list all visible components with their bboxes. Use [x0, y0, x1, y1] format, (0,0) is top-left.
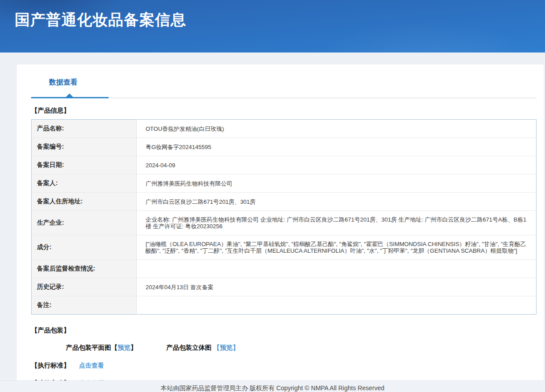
table-row: 备案编号:粤G妆网备字2024145595: [32, 138, 537, 156]
standard-view-link[interactable]: 点击查看: [79, 362, 104, 369]
row-label: 备案人住所地址:: [32, 193, 137, 211]
copyright-text: 本站由国家药品监督管理局主办 版权所有 Copyright © NMPA All…: [161, 384, 384, 392]
table-row: 备案人住所地址:广州市白云区良沙二路671号201房、301房: [32, 193, 537, 211]
main-card: 数据查看 【产品信息】 产品名称:OTOU香氛护发精油(白日玫瑰)备案编号:粤G…: [17, 65, 544, 382]
page-title: 国产普通化妆品备案信息: [0, 0, 545, 30]
tab-active-underline: [31, 97, 109, 98]
tab-bar: 数据查看: [31, 77, 537, 98]
standard-heading: 【执行标准】: [31, 361, 70, 370]
row-value: 广州市白云区良沙二路671号201房、301房: [137, 193, 537, 211]
table-row: 成分:["油橄榄（OLEA EUROPAEA）果油", "聚二甲基硅氧烷", "…: [32, 235, 537, 260]
product-info-table: 产品名称:OTOU香氛护发精油(白日玫瑰)备案编号:粤G妆网备字20241455…: [31, 119, 537, 315]
table-row: 备案日期:2024-04-09: [32, 156, 537, 174]
packaging-flat-preview-link[interactable]: 预览: [118, 344, 130, 351]
row-value: ["油橄榄（OLEA EUROPAEA）果油", "聚二甲基硅氧烷", "棕榈酸…: [137, 235, 537, 260]
product-info-heading: 【产品信息】: [31, 106, 537, 115]
table-row: 生产企业:企业名称: 广州雅博美医药生物科技有限公司 企业地址: 广州市白云区良…: [32, 211, 537, 235]
row-value: 企业名称: 广州雅博美医药生物科技有限公司 企业地址: 广州市白云区良沙二路67…: [137, 211, 537, 235]
packaging-flat-label: 产品包装平面图: [66, 344, 111, 351]
table-row: 历史记录:2024年04月13日 首次备案: [32, 278, 537, 296]
packaging-heading: 【产品包装】: [31, 326, 537, 335]
packaging-flat-bracket-open: 【: [111, 344, 118, 351]
table-row: 备注:: [32, 296, 537, 315]
row-value: OTOU香氛护发精油(白日玫瑰): [137, 120, 537, 138]
row-value: [137, 260, 537, 278]
table-row: 备案后监督检查情况:: [32, 260, 537, 278]
row-value: 2024年04月13日 首次备案: [137, 278, 537, 296]
page-footer: 本站由国家药品监督管理局主办 版权所有 Copyright © NMPA All…: [0, 380, 545, 392]
standard-row: 【执行标准】 点击查看: [31, 361, 537, 370]
row-label: 备注:: [32, 296, 137, 315]
packaging-row: 产品包装平面图【预览】 产品包装立体图 【预览】: [66, 344, 537, 352]
row-label: 产品名称:: [32, 120, 137, 138]
table-row: 备案人:广州雅博美医药生物科技有限公司: [32, 174, 537, 193]
row-label: 生产企业:: [32, 211, 137, 235]
product-info-table-body: 产品名称:OTOU香氛护发精油(白日玫瑰)备案编号:粤G妆网备字20241455…: [32, 120, 537, 315]
row-value: 广州雅博美医药生物科技有限公司: [137, 174, 537, 193]
row-label: 历史记录:: [32, 278, 137, 296]
row-label: 备案人:: [32, 174, 137, 193]
tab-active-caret-icon: [66, 93, 73, 97]
packaging-stereo-label: 产品包装立体图: [167, 344, 214, 351]
tab-data-view[interactable]: 数据查看: [49, 77, 77, 87]
page: 国产普通化妆品备案信息 数据查看 【产品信息】 产品名称:OTOU香氛护发精油(…: [0, 0, 545, 392]
row-value: 粤G妆网备字2024145595: [137, 138, 537, 156]
table-row: 产品名称:OTOU香氛护发精油(白日玫瑰): [32, 120, 537, 138]
row-label: 备案日期:: [32, 156, 137, 174]
row-value: [137, 296, 537, 315]
packaging-flat-item: 产品包装平面图【预览】: [66, 344, 137, 352]
row-label: 备案后监督检查情况:: [32, 260, 137, 278]
packaging-stereo-preview-link[interactable]: 【预览】: [213, 344, 239, 351]
row-label: 备案编号:: [32, 138, 137, 156]
page-header-banner: 国产普通化妆品备案信息: [0, 0, 545, 53]
packaging-flat-bracket-close: 】: [130, 344, 137, 351]
row-value: 2024-04-09: [137, 156, 537, 174]
row-label: 成分:: [32, 235, 137, 260]
packaging-stereo-item: 产品包装立体图 【预览】: [167, 344, 240, 352]
